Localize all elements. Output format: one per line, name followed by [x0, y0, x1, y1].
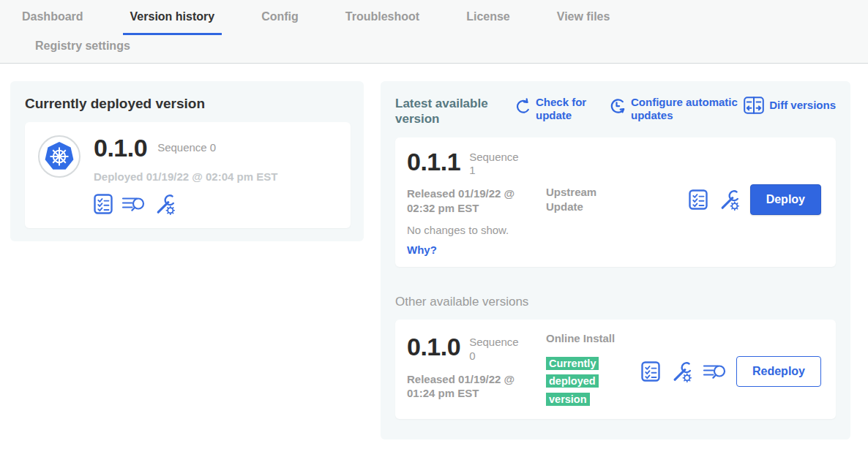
currently-deployed-title: Currently deployed version [25, 96, 351, 112]
preflight-checks-icon[interactable] [94, 194, 113, 214]
deploy-button[interactable]: Deploy [750, 184, 821, 215]
latest-header: Latest available version Check for updat… [395, 96, 836, 127]
preflight-checks-icon[interactable] [689, 189, 708, 210]
currently-deployed-panel: Currently deployed version 0.1.0 Sequenc… [10, 81, 364, 241]
app-logo [38, 135, 81, 178]
deployed-icon-row [94, 193, 277, 215]
redeploy-button[interactable]: Redeploy [736, 356, 821, 387]
other-version-card: 0.1.0 Sequence 0 Released 01/19/22 @ 01:… [395, 320, 836, 419]
refresh-icon [514, 97, 531, 113]
diff-versions-label: Diff versions [769, 99, 836, 112]
latest-available-title: Latest available version [395, 96, 498, 127]
configure-auto-updates-link[interactable]: Configure automatic updates [607, 96, 743, 122]
top-navigation: Dashboard Version history Config Trouble… [0, 0, 868, 64]
preflight-checks-icon[interactable] [641, 361, 660, 382]
latest-source-label: Upstream Update [546, 185, 619, 214]
other-source-label: Online Install [546, 331, 619, 346]
deploy-logs-icon[interactable] [121, 195, 145, 214]
nav-row-2: Registry settings [28, 39, 868, 63]
page-content: Currently deployed version 0.1.0 Sequenc… [0, 64, 868, 439]
version-row: 0.1.0 Sequence 0 [94, 135, 277, 160]
currently-deployed-card: 0.1.0 Sequence 0 Deployed 01/19/22 @ 02:… [25, 122, 351, 228]
currently-deployed-badge-wrap: Currently deployed version [546, 355, 603, 409]
latest-version-card: 0.1.1 Sequence 1 Released 01/19/22 @ 02:… [395, 137, 836, 268]
no-changes-note: No changes to show. [407, 224, 821, 236]
kubernetes-logo [42, 139, 77, 174]
tab-version-history[interactable]: Version history [123, 10, 222, 35]
diff-icon [744, 97, 764, 114]
latest-version-row: 0.1.1 Sequence 1 Released 01/19/22 @ 02:… [407, 149, 821, 216]
why-link[interactable]: Why? [407, 244, 437, 256]
deployed-version-number: 0.1.0 [94, 135, 147, 160]
other-sequence-label: Sequence 0 [469, 336, 522, 363]
version-row: 0.1.0 Sequence 0 [407, 334, 546, 363]
other-versions-title: Other available versions [395, 295, 836, 309]
check-for-update-link[interactable]: Check for update [514, 96, 594, 122]
latest-actions: Deploy [689, 184, 821, 215]
other-released-timestamp: Released 01/19/22 @ 01:24 pm EST [407, 372, 524, 401]
tab-license[interactable]: License [459, 10, 517, 35]
other-version-number: 0.1.0 [407, 334, 460, 359]
config-icon[interactable] [670, 361, 692, 382]
deploy-logs-icon[interactable] [703, 362, 726, 381]
tab-view-files[interactable]: View files [550, 10, 618, 35]
currently-deployed-badge: Currently deployed version [546, 357, 599, 407]
latest-version-main: 0.1.1 Sequence 1 Released 01/19/22 @ 02:… [407, 149, 546, 216]
deployed-sequence-label: Sequence 0 [157, 141, 216, 154]
schedule-update-icon [607, 97, 626, 115]
check-for-update-label: Check for update [536, 96, 594, 122]
other-source-block: Online Install Currently deployed versio… [546, 331, 625, 409]
nav-row-1: Dashboard Version history Config Trouble… [15, 10, 868, 35]
diff-versions-link[interactable]: Diff versions [744, 96, 836, 114]
tab-troubleshoot[interactable]: Troubleshoot [338, 10, 427, 35]
configure-auto-updates-label: Configure automatic updates [631, 96, 743, 122]
config-icon[interactable] [154, 193, 176, 215]
latest-version-number: 0.1.1 [407, 149, 460, 174]
other-version-row: 0.1.0 Sequence 0 Released 01/19/22 @ 01:… [407, 331, 821, 409]
latest-sequence-label: Sequence 1 [469, 151, 522, 178]
deployed-timestamp: Deployed 01/19/22 @ 02:04 pm EST [94, 170, 277, 183]
version-row: 0.1.1 Sequence 1 [407, 149, 546, 178]
other-version-main: 0.1.0 Sequence 0 Released 01/19/22 @ 01:… [407, 334, 546, 409]
tab-config[interactable]: Config [254, 10, 306, 35]
tab-dashboard[interactable]: Dashboard [15, 10, 91, 35]
config-icon[interactable] [718, 189, 740, 211]
tab-registry-settings[interactable]: Registry settings [28, 39, 138, 53]
latest-available-panel: Latest available version Check for updat… [381, 81, 850, 439]
other-actions: Redeploy [641, 356, 821, 387]
latest-released-timestamp: Released 01/19/22 @ 02:32 pm EST [407, 186, 524, 215]
deployed-info: 0.1.0 Sequence 0 Deployed 01/19/22 @ 02:… [94, 135, 277, 215]
